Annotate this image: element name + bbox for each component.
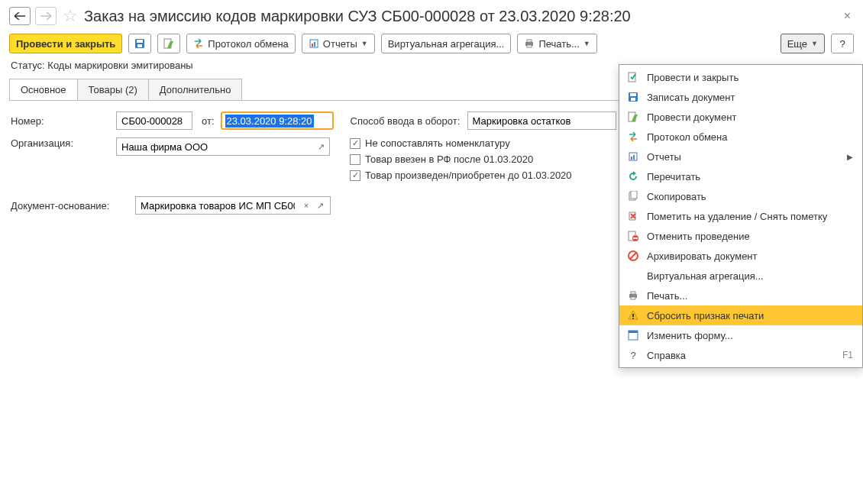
svg-rect-29 — [632, 314, 634, 317]
menu-item-10[interactable]: Виртуальная агрегация... — [619, 266, 862, 286]
nav-back-button[interactable] — [9, 7, 31, 25]
menu-item-4[interactable]: Отчеты▶ — [619, 147, 862, 166]
more-label: Еще — [787, 38, 807, 50]
svg-rect-9 — [527, 45, 532, 47]
menu-item-shortcut: F1 — [842, 350, 853, 360]
menu-item-label: Пометить на удаление / Снять пометку — [647, 211, 853, 222]
archive-icon — [627, 250, 639, 262]
print-button[interactable]: Печать... ▼ — [517, 34, 596, 53]
org-input[interactable] — [117, 138, 314, 155]
menu-item-5[interactable]: Перечитать — [619, 166, 862, 186]
menu-item-label: Справка — [647, 350, 835, 361]
svg-rect-6 — [314, 42, 315, 47]
menu-item-7[interactable]: Пометить на удаление / Снять пометку — [619, 206, 862, 226]
date-field[interactable]: 23.03.2020 9:28:20 — [221, 111, 334, 130]
basis-field[interactable]: × ↗ — [135, 196, 331, 215]
caret-down-icon: ▼ — [811, 40, 818, 47]
menu-item-9[interactable]: Архивировать документ — [619, 246, 862, 266]
arrow-left-icon — [15, 12, 25, 20]
number-label: Номер: — [11, 115, 110, 127]
svg-rect-23 — [633, 237, 638, 239]
warn-icon — [627, 309, 639, 321]
menu-item-label: Протокол обмена — [647, 131, 853, 143]
delete-icon — [627, 210, 639, 222]
menu-item-2[interactable]: Провести документ — [619, 107, 862, 127]
svg-rect-8 — [527, 40, 532, 42]
svg-rect-17 — [633, 155, 635, 160]
arrow-right-icon — [40, 12, 51, 20]
svg-rect-2 — [137, 44, 142, 47]
reports-icon — [627, 150, 639, 163]
nav-forward-button[interactable] — [35, 7, 57, 25]
menu-item-8[interactable]: Отменить проведение — [619, 226, 862, 246]
checkbox-no-match[interactable]: ✓ — [350, 138, 360, 149]
menu-item-label: Перечитать — [647, 171, 853, 183]
svg-rect-12 — [630, 93, 636, 96]
menu-item-14[interactable]: ?СправкаF1 — [619, 345, 862, 365]
open-ref-icon[interactable]: ↗ — [314, 138, 328, 155]
menu-item-label: Виртуальная агрегация... — [647, 270, 853, 282]
menu-item-0[interactable]: Провести и закрыть — [619, 67, 862, 87]
help-button[interactable]: ? — [831, 34, 854, 53]
submenu-arrow-icon: ▶ — [847, 153, 853, 161]
checkbox-produced-before[interactable]: ✓ — [350, 170, 360, 181]
org-field[interactable]: ↗ — [116, 137, 330, 156]
reports-button[interactable]: Отчеты ▼ — [302, 34, 375, 53]
svg-rect-5 — [312, 44, 313, 47]
tab-extra[interactable]: Дополнительно — [148, 79, 243, 100]
more-dropdown-menu: Провести и закрытьЗаписать документПрове… — [619, 64, 863, 368]
menu-item-label: Отменить проведение — [647, 231, 853, 242]
virtual-aggregation-button[interactable]: Виртуальная агрегация... — [381, 34, 512, 53]
reports-label: Отчеты — [323, 38, 357, 50]
protocol-label: Протокол обмена — [208, 38, 289, 50]
menu-item-label: Сбросить признак печати — [647, 310, 853, 321]
method-label: Способ ввода в оборот: — [351, 115, 461, 127]
date-value: 23.03.2020 9:28:20 — [225, 115, 314, 128]
post-button[interactable] — [157, 34, 180, 53]
copy-icon — [627, 190, 639, 202]
menu-item-label: Скопировать — [647, 191, 853, 202]
svg-line-25 — [630, 253, 636, 259]
menu-item-label: Отчеты — [647, 151, 839, 163]
tab-goods[interactable]: Товары (2) — [77, 79, 149, 100]
menu-item-12[interactable]: Сбросить признак печати — [619, 305, 862, 325]
menu-item-11[interactable]: Печать... — [619, 286, 862, 305]
favorite-star-icon[interactable]: ☆ — [63, 6, 78, 26]
org-label: Организация: — [11, 137, 110, 149]
help-icon: ? — [627, 349, 639, 361]
menu-item-13[interactable]: Изменить форму... — [619, 325, 862, 345]
clear-icon[interactable]: × — [299, 197, 313, 214]
more-button[interactable]: Еще ▼ — [781, 34, 825, 53]
method-field[interactable] — [467, 111, 616, 130]
tab-main[interactable]: Основное — [9, 79, 78, 100]
post-and-close-button[interactable]: Провести и закрыть — [9, 34, 122, 53]
blank-icon — [627, 270, 639, 282]
basis-input[interactable] — [136, 197, 299, 214]
checkbox-imported[interactable] — [350, 154, 360, 165]
help-label: ? — [839, 38, 845, 50]
svg-rect-30 — [632, 318, 634, 319]
menu-item-label: Архивировать документ — [647, 250, 853, 262]
menu-item-1[interactable]: Записать документ — [619, 87, 862, 107]
menu-item-3[interactable]: Протокол обмена — [619, 127, 862, 147]
chk2-label: Товар ввезен в РФ после 01.03.2020 — [365, 153, 533, 165]
form-icon — [627, 329, 639, 341]
method-input[interactable] — [468, 112, 613, 129]
menu-item-6[interactable]: Скопировать — [619, 186, 862, 206]
number-input[interactable] — [117, 112, 190, 129]
print-icon — [627, 289, 639, 302]
save-button[interactable] — [128, 34, 151, 53]
exchange-protocol-button[interactable]: Протокол обмена — [186, 34, 296, 53]
svg-rect-13 — [631, 98, 635, 101]
menu-item-label: Провести документ — [647, 111, 853, 123]
svg-rect-1 — [137, 40, 143, 43]
save-icon — [627, 91, 639, 103]
date-label: от: — [202, 115, 215, 127]
open-ref-icon[interactable]: ↗ — [313, 197, 327, 214]
close-icon[interactable]: × — [841, 9, 854, 23]
printer-icon — [524, 38, 535, 49]
basis-label: Документ-основание: — [11, 200, 129, 212]
report-icon — [309, 38, 319, 49]
window-title: Заказ на эмиссию кодов маркировки СУЗ СБ… — [84, 8, 836, 25]
number-field[interactable] — [116, 111, 192, 130]
